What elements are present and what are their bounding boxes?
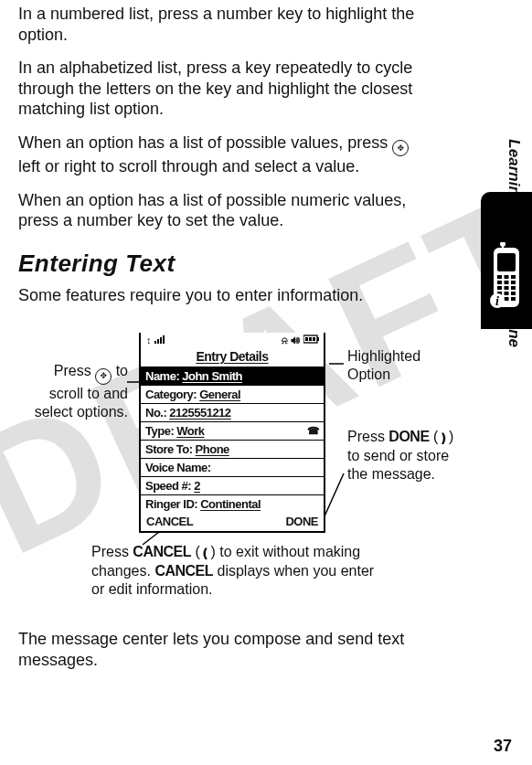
svg-rect-10 — [497, 286, 502, 290]
screen-row-number[interactable]: No.: 2125551212 — [141, 404, 324, 422]
phone-icon: i — [488, 242, 525, 311]
svg-rect-6 — [511, 275, 516, 279]
svg-rect-30 — [317, 337, 319, 341]
network-icon: ↕ — [146, 335, 152, 345]
svg-rect-32 — [309, 337, 312, 341]
svg-rect-9 — [511, 281, 516, 284]
callout-cancel: Press CANCEL (❪) to exit without making … — [91, 543, 384, 599]
paragraph: In a numbered list, press a number key t… — [18, 4, 435, 45]
svg-rect-26 — [157, 339, 159, 344]
row-label: Speed #: — [145, 479, 191, 493]
dial-icon: ☎︎ — [307, 425, 320, 437]
cancel-label: CANCEL — [154, 563, 213, 579]
screen-row-type[interactable]: Type: Work ☎︎ — [141, 422, 324, 441]
status-bar: ↕ ⍾ 🔊︎ — [141, 333, 324, 347]
screen-row-ringer-id[interactable]: Ringer ID: Continental — [141, 495, 324, 513]
phone-screen: ↕ ⍾ 🔊︎ Entry Details Name: John Smith — [139, 333, 325, 533]
svg-text:i: i — [495, 294, 499, 308]
svg-rect-11 — [505, 286, 509, 290]
row-value: General — [199, 388, 240, 401]
chapter-tab: i — [481, 192, 532, 329]
row-value: John Smith — [182, 369, 242, 383]
svg-rect-28 — [163, 335, 165, 344]
row-label: Category: — [145, 388, 197, 401]
status-left: ↕ — [146, 335, 167, 345]
text-run: When an option has a list of possible va… — [18, 133, 392, 152]
svg-rect-33 — [313, 337, 315, 341]
left-softkey-icon: ❪ — [200, 546, 211, 562]
text-run: Press — [347, 429, 388, 444]
paragraph: When an option has a list of possible va… — [18, 133, 435, 177]
battery-icon — [303, 335, 320, 345]
screen-row-store-to[interactable]: Store To: Phone — [141, 441, 324, 459]
screen-row-voice-name[interactable]: Voice Name: — [141, 459, 324, 477]
svg-rect-31 — [305, 337, 308, 341]
svg-rect-7 — [497, 281, 502, 284]
cancel-label: CANCEL — [133, 544, 191, 559]
svg-rect-27 — [160, 337, 162, 344]
svg-rect-14 — [505, 292, 509, 295]
row-label: No.: — [145, 406, 166, 420]
screen-title: Entry Details — [141, 347, 324, 367]
text-run: ( — [430, 429, 439, 444]
screen-row-name[interactable]: Name: John Smith — [141, 367, 324, 386]
right-softkey-icon: ❫ — [438, 430, 449, 447]
row-label: Name: — [145, 369, 179, 383]
svg-rect-8 — [505, 281, 509, 284]
callout-scroll: Press ✥ to scroll to and select options. — [18, 362, 128, 421]
row-label: Store To: — [145, 442, 193, 456]
nav-key-icon: ✥ — [392, 140, 409, 156]
row-value: 2 — [194, 479, 200, 493]
screen-row-category[interactable]: Category: General — [141, 386, 324, 404]
row-value: Phone — [196, 442, 229, 456]
svg-rect-15 — [511, 292, 516, 295]
paragraph: Some features require you to enter infor… — [18, 285, 435, 306]
left-softkey[interactable]: CANCEL — [146, 515, 193, 528]
sound-icon: 🔊︎ — [291, 335, 301, 345]
text-run: Press — [91, 544, 133, 559]
svg-rect-1 — [497, 253, 516, 271]
screen-row-speed[interactable]: Speed #: 2 — [141, 477, 324, 495]
svg-rect-25 — [154, 341, 156, 344]
signal-icon — [154, 335, 167, 345]
svg-rect-12 — [511, 286, 516, 290]
softkey-bar: CANCEL DONE — [141, 513, 324, 531]
right-softkey[interactable]: DONE — [285, 515, 318, 528]
screen-diagram: Press ✥ to scroll to and select options.… — [18, 318, 439, 592]
svg-rect-17 — [505, 297, 509, 301]
section-heading: Entering Text — [18, 250, 435, 278]
nav-key-icon: ✥ — [95, 368, 112, 385]
row-value: 2125551212 — [169, 406, 230, 420]
row-label: Ringer ID: — [145, 497, 197, 511]
status-right: ⍾ 🔊︎ — [282, 335, 320, 345]
text-run: ( — [191, 544, 200, 559]
row-value: Continental — [200, 497, 261, 511]
svg-rect-5 — [505, 275, 509, 279]
callout-highlighted-option: Highlighted Option — [347, 347, 448, 384]
svg-rect-4 — [497, 275, 502, 279]
paragraph: In an alphabetized list, press a key rep… — [18, 58, 435, 120]
row-label: Type: — [145, 424, 174, 438]
alert-icon: ⍾ — [282, 335, 288, 345]
text-run: Press — [54, 363, 95, 378]
chapter-tab-block: i — [481, 192, 532, 329]
done-label: DONE — [388, 429, 429, 444]
callout-done: Press DONE (❫) to send or store the mess… — [347, 428, 457, 483]
text-run: left or right to scroll through and sele… — [18, 157, 359, 175]
paragraph: When an option has a list of possible nu… — [18, 190, 435, 231]
svg-rect-18 — [511, 297, 516, 301]
row-label: Voice Name: — [145, 461, 211, 474]
page-number: 37 — [494, 737, 512, 756]
row-value: Work — [176, 424, 204, 438]
paragraph: The message center lets you compose and … — [18, 629, 435, 670]
